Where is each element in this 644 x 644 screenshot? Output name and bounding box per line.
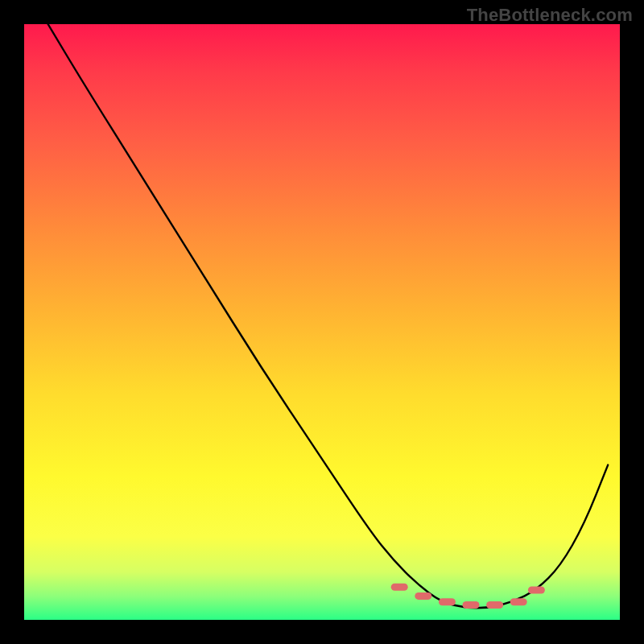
chart-frame: TheBottleneck.com — [0, 0, 644, 644]
plot-area — [24, 24, 620, 620]
watermark-text: TheBottleneck.com — [467, 5, 633, 26]
chart-svg — [24, 24, 620, 620]
optimal-range-markers — [394, 587, 541, 605]
bottleneck-curve — [48, 24, 609, 608]
